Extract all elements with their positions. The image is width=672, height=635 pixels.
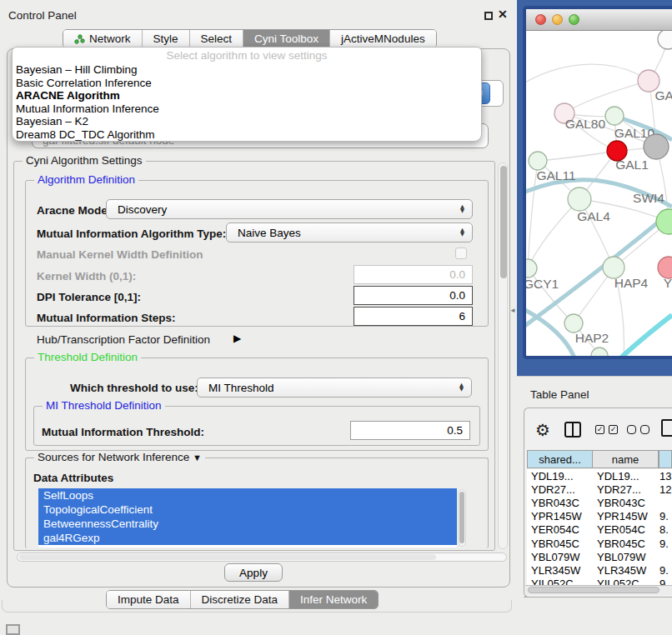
docked-panel-icon[interactable] (6, 624, 20, 635)
minimize-traffic-light[interactable] (552, 14, 563, 25)
attr-list-vscrollbar-thumb[interactable] (459, 492, 464, 543)
table-row[interactable]: YER054CYER054C8. (527, 523, 672, 537)
mi-type-combo[interactable]: Naive Bayes ▲▼ (226, 222, 473, 242)
dropdown-item-basic-correlation-inference[interactable]: Basic Correlation Inference (13, 77, 481, 90)
checked-box-icon[interactable]: ✓ (595, 425, 604, 434)
node-label-hap4: HAP4 (614, 276, 649, 290)
attr-item-topologicalcoefficient[interactable]: TopologicalCoefficient (38, 502, 457, 517)
application-window: Control Panel ✕ NetworkStyleSelectCyni T… (0, 0, 672, 635)
attr-list-vscrollbar[interactable] (458, 489, 466, 547)
table-row[interactable]: YBR043CYBR043C (527, 496, 672, 509)
file-icon[interactable] (661, 419, 672, 437)
close-traffic-light[interactable] (535, 14, 546, 25)
table-hscrollbar-thumb[interactable] (528, 587, 659, 593)
table-row[interactable]: YLR345WYLR345W9. (527, 563, 672, 577)
dpi-tolerance-field[interactable]: 0.0 (354, 286, 473, 305)
table-cell: YLR345W (593, 564, 657, 577)
table-row[interactable]: YPR145WYPR145W9. (527, 510, 672, 523)
network-graph[interactable]: GALGAL80GAL10GAL1GAL11SWI4GAL4GCY1HAP4YH… (526, 31, 672, 356)
dropdown-item-mutual-information-inference[interactable]: Mutual Information Inference (13, 102, 481, 116)
tab-style[interactable]: Style (142, 30, 189, 48)
network-edge[interactable] (528, 199, 579, 268)
node-label-hap2: HAP2 (575, 331, 609, 345)
settings-gear-icon[interactable]: ⚙ (535, 420, 550, 440)
tab-cyni-toolbox[interactable]: Cyni Toolbox (243, 30, 329, 48)
hub-definition-label[interactable]: Hub/Transcription Factor Definition (37, 333, 210, 346)
dropdown-item-bayesian-hill-climbing[interactable]: Bayesian – Hill Climbing (13, 63, 481, 77)
network-edge[interactable] (619, 315, 672, 356)
dropdown-item-aracne-algorithm[interactable]: ARACNE Algorithm (13, 89, 481, 102)
network-edge[interactable] (526, 64, 649, 83)
checked-box-icon[interactable]: ✓ (609, 425, 618, 434)
table-cell: 12 (657, 483, 672, 496)
split-columns-icon[interactable] (564, 422, 581, 438)
combo-arrows-icon: ▲▼ (459, 383, 471, 392)
attr-item-selfloops[interactable]: SelfLoops (38, 488, 457, 502)
splitpane-collapse-icon[interactable]: ◄ (509, 307, 516, 314)
tab-network[interactable]: Network (63, 30, 142, 48)
network-node-gal11[interactable] (529, 152, 547, 170)
network-node-gcy1[interactable] (526, 259, 537, 278)
node-label-gal11: GAL11 (536, 168, 575, 182)
table-row[interactable]: YIL052CYIL052C9 (527, 578, 672, 586)
table-row[interactable]: YDL19...YDL19...13 (527, 469, 672, 482)
node-label-swi4: SWI4 (633, 191, 664, 205)
tab-select[interactable]: Select (189, 30, 243, 48)
network-node[interactable] (644, 134, 669, 159)
network-edge[interactable] (538, 151, 617, 161)
table-row[interactable]: YBR045CYBR045C9. (527, 537, 672, 550)
sources-legend: Sources for Network Inference (38, 451, 189, 463)
attr-item-gal4rgexp[interactable]: gal4RGexp (38, 531, 457, 545)
manual-kernel-checkbox[interactable] (455, 248, 467, 259)
settings-hscrollbar-thumb[interactable] (19, 554, 436, 560)
attr-item-betweennesscentrality[interactable]: BetweennessCentrality (38, 517, 457, 531)
table-cell: YDL19... (593, 470, 657, 482)
network-node[interactable] (591, 348, 608, 356)
unchecked-box-icon[interactable] (627, 425, 636, 434)
column-header-shared...[interactable]: shared... (527, 450, 593, 468)
column-header-name[interactable]: name (593, 450, 659, 468)
aracne-mode-combo[interactable]: Discovery ▲▼ (106, 199, 473, 219)
table-panel-divider (517, 376, 672, 377)
table-cell: YDR27... (527, 483, 593, 496)
network-node-gal4[interactable] (568, 188, 591, 211)
network-edge[interactable] (564, 81, 649, 113)
table-row[interactable]: YBL079WYBL079W (527, 550, 672, 563)
table-cell: YBR043C (527, 497, 593, 509)
network-window-titlebar[interactable] (526, 9, 672, 31)
dropdown-item-dream8-dc-tdc-algorithm[interactable]: Dream8 DC_TDC Algorithm (13, 128, 481, 142)
unchecked-box-icon[interactable] (640, 425, 649, 434)
table-cell: YBR043C (593, 497, 657, 509)
data-attributes-list: SelfLoopsTopologicalCoefficientBetweenne… (38, 488, 457, 548)
float-panel-icon[interactable] (484, 12, 493, 20)
kernel-width-field[interactable]: 0.0 (354, 265, 473, 284)
network-node[interactable] (658, 31, 672, 49)
close-panel-icon[interactable]: ✕ (498, 8, 508, 21)
network-view-window[interactable]: GALGAL80GAL10GAL1GAL11SWI4GAL4GCY1HAP4YH… (523, 6, 672, 359)
table-cell: YIL052C (527, 578, 593, 585)
node-label-gal1: GAL1 (615, 158, 649, 172)
apply-button[interactable]: Apply (224, 563, 283, 582)
network-node-hap2[interactable] (564, 314, 583, 332)
which-threshold-combo[interactable]: MI Threshold ▲▼ (197, 378, 472, 398)
collapse-down-icon[interactable]: ▼ (193, 452, 202, 462)
node-table: YDL19...YDL19...13YDR27...YDR27...12YBR0… (527, 469, 672, 585)
column-header-clipped[interactable] (659, 450, 672, 468)
mi-steps-field[interactable]: 6 (354, 307, 473, 326)
zoom-traffic-light[interactable] (569, 14, 579, 25)
settings-vscrollbar-thumb[interactable] (500, 166, 507, 278)
table-cell: YPR145W (527, 510, 593, 522)
mi-threshold-legend: MI Threshold Definition (43, 399, 165, 412)
data-attributes-label: Data Attributes (33, 472, 113, 484)
threshold-definition-legend: Threshold Definition (34, 351, 141, 363)
tab-jactivemnodules[interactable]: jActiveMNodules (329, 30, 436, 48)
mi-threshold-field[interactable]: 0.5 (350, 421, 470, 440)
expand-right-icon[interactable]: ▶ (233, 332, 241, 344)
dropdown-item-bayesian-k2[interactable]: Bayesian – K2 (13, 115, 481, 128)
table-cell: YBL079W (593, 551, 657, 563)
network-node-gal10[interactable] (605, 107, 624, 125)
algorithm-dropdown-list: Select algorithm to view settings Bayesi… (12, 47, 482, 142)
table-row[interactable]: YDR27...YDR27...12 (527, 482, 672, 496)
settings-vscrollbar[interactable] (498, 162, 508, 549)
which-threshold-label: Which threshold to use: (70, 382, 198, 394)
